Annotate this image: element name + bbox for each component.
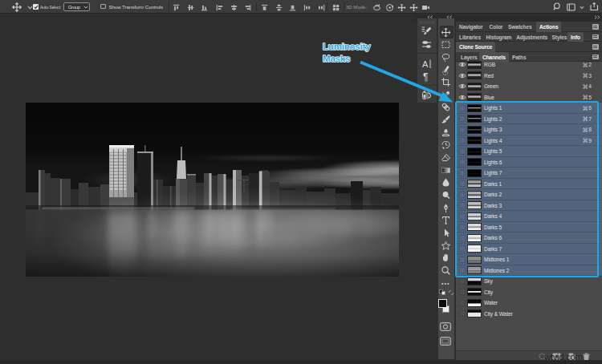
- svg-text:Luminosity: Luminosity: [323, 42, 371, 51]
- svg-text:Masks: Masks: [323, 54, 350, 63]
